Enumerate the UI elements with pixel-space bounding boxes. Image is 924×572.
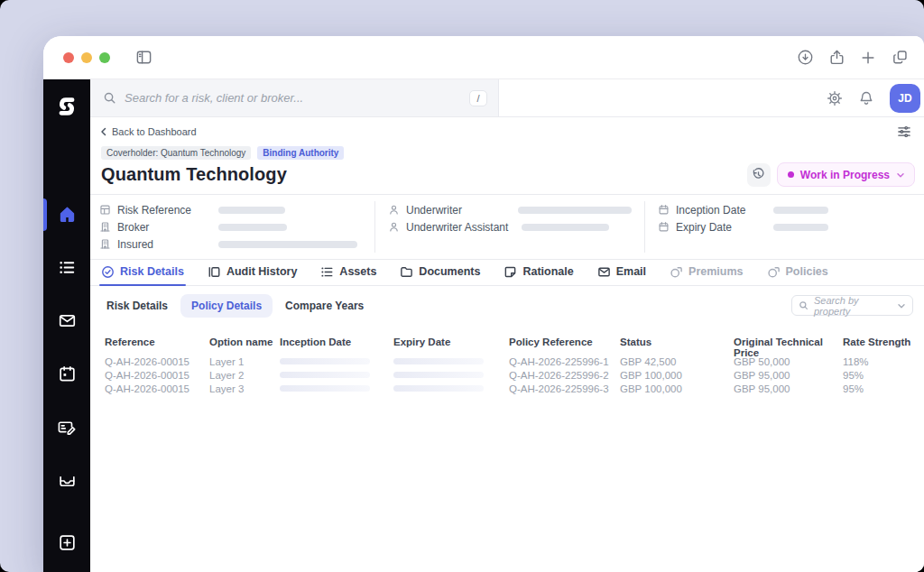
- coverholder-badge: Coverholder: Quantum Technology: [101, 146, 251, 160]
- global-search-input[interactable]: Search for a risk, client or broker... /: [90, 79, 499, 116]
- minimize-window-button[interactable]: [81, 52, 92, 63]
- field-risk-reference: Risk Reference: [99, 201, 362, 218]
- field-insured: Insured: [99, 235, 362, 253]
- subtab-compare-years[interactable]: Compare Years: [285, 300, 364, 312]
- tab-email[interactable]: Email: [597, 260, 646, 285]
- desktop-background: Search for a risk, client or broker... /: [0, 0, 924, 572]
- col-rate-strength: Rate Strength: [843, 337, 915, 355]
- field-broker: Broker: [99, 218, 362, 235]
- plus-square-icon: [58, 533, 77, 552]
- mail-icon: [58, 311, 77, 330]
- note-icon: [504, 265, 517, 279]
- tab-overview-icon[interactable]: [888, 46, 911, 69]
- sidebar-item-risks[interactable]: [43, 241, 90, 294]
- field-underwriter: Underwriter: [388, 201, 632, 218]
- sidebar-item-mail[interactable]: [43, 294, 90, 347]
- inbox-tray-icon: [58, 471, 77, 490]
- card-pencil-icon: [57, 418, 77, 438]
- col-inception-date: Inception Date: [280, 337, 393, 355]
- col-reference: Reference: [105, 337, 209, 355]
- calendar-icon: [58, 364, 77, 383]
- app-sidebar: [43, 79, 90, 572]
- placeholder-bar: [280, 372, 370, 378]
- topbar-actions: JD: [499, 79, 924, 116]
- search-shortcut-badge: /: [469, 90, 487, 106]
- chrome-actions: [793, 46, 911, 69]
- col-status: Status: [620, 337, 734, 355]
- col-expiry-date: Expiry Date: [393, 337, 509, 355]
- property-search-placeholder: Search by property: [814, 295, 892, 317]
- avatar[interactable]: JD: [890, 84, 920, 113]
- table-row[interactable]: Q-AH-2026-00015 Layer 2 Q-AH-2026-225996…: [105, 368, 915, 382]
- app-window: Search for a risk, client or broker... /: [43, 36, 924, 572]
- sidebar-nav: [43, 188, 90, 507]
- tab-assets[interactable]: Assets: [320, 260, 376, 285]
- status-dot: [788, 171, 794, 178]
- ledger-icon: [99, 204, 111, 216]
- list-icon: [58, 258, 77, 277]
- tab-bar: Risk Details Audit History: [90, 260, 924, 286]
- coin-icon: [767, 265, 781, 279]
- status-label: Work in Progress: [800, 169, 890, 181]
- share-icon[interactable]: [825, 46, 848, 69]
- window-controls: [63, 52, 110, 63]
- tab-documents[interactable]: Documents: [400, 260, 480, 285]
- sidebar-item-calendar[interactable]: [43, 347, 90, 401]
- back-to-dashboard-link[interactable]: Back to Dashboard: [99, 126, 197, 137]
- list-icon: [320, 265, 334, 279]
- placeholder-bar: [218, 241, 357, 248]
- subtab-bar: Risk Details Policy Details Compare Year…: [90, 286, 924, 324]
- status-dropdown[interactable]: Work in Progress: [777, 162, 915, 187]
- placeholder-bar: [522, 224, 609, 231]
- user-icon: [388, 221, 400, 233]
- table-row[interactable]: Q-AH-2026-00015 Layer 1 Q-AH-2026-225996…: [105, 355, 915, 368]
- zoom-window-button[interactable]: [99, 52, 110, 63]
- col-policy-reference: Policy Reference: [509, 337, 620, 355]
- history-button[interactable]: [747, 163, 771, 187]
- search-icon: [799, 300, 808, 310]
- sidebar-toggle-icon[interactable]: [132, 46, 155, 69]
- new-tab-icon[interactable]: [856, 46, 880, 69]
- subtab-risk-details[interactable]: Risk Details: [106, 300, 168, 312]
- history-icon: [752, 168, 765, 181]
- table-row[interactable]: Q-AH-2026-00015 Layer 3 Q-AH-2026-225996…: [105, 382, 915, 395]
- chevron-left-icon: [99, 127, 108, 136]
- building-icon: [99, 238, 111, 250]
- placeholder-bar: [773, 207, 828, 214]
- placeholder-bar: [218, 224, 287, 231]
- placeholder-bar: [393, 358, 484, 364]
- field-inception-date: Inception Date: [658, 201, 911, 218]
- sidebar-item-inbox[interactable]: [43, 454, 90, 507]
- sidebar-item-create[interactable]: [58, 533, 77, 552]
- col-original-technical-price: Original Technical Price: [734, 337, 843, 355]
- home-icon: [58, 205, 77, 224]
- close-window-button[interactable]: [63, 52, 74, 63]
- placeholder-bar: [773, 224, 828, 231]
- bell-icon[interactable]: [858, 90, 874, 106]
- subtab-policy-details[interactable]: Policy Details: [180, 294, 273, 318]
- tab-premiums[interactable]: Premiums: [670, 260, 743, 285]
- app-logo-icon[interactable]: [51, 90, 83, 123]
- downloads-icon[interactable]: [793, 46, 817, 69]
- gear-icon[interactable]: [827, 90, 843, 106]
- tab-rationale[interactable]: Rationale: [504, 260, 573, 285]
- sidebar-item-quotes[interactable]: [43, 401, 90, 454]
- user-icon: [388, 204, 400, 216]
- page-title: Quantum Technology: [101, 164, 287, 185]
- calendar-icon: [658, 221, 670, 233]
- sidebar-item-home[interactable]: [43, 188, 90, 241]
- placeholder-bar: [280, 385, 370, 392]
- binding-authority-badge: Binding Authority: [257, 146, 344, 160]
- field-underwriter-assistant: Underwriter Assistant: [388, 218, 632, 235]
- placeholder-bar: [218, 207, 285, 214]
- tab-policies[interactable]: Policies: [767, 260, 828, 285]
- filter-sliders-icon[interactable]: [897, 125, 911, 138]
- topbar: Search for a risk, client or broker... /: [90, 79, 924, 117]
- risk-summary-panel: Risk Reference Broker: [90, 194, 924, 260]
- tab-audit-history[interactable]: Audit History: [208, 260, 297, 285]
- breadcrumb: Back to Dashboard: [90, 117, 924, 138]
- audit-panel-icon: [208, 265, 221, 279]
- tab-risk-details[interactable]: Risk Details: [101, 260, 184, 285]
- page-content: Back to Dashboard Coverholder: Quantum T…: [90, 117, 924, 572]
- property-search-select[interactable]: Search by property: [791, 295, 913, 316]
